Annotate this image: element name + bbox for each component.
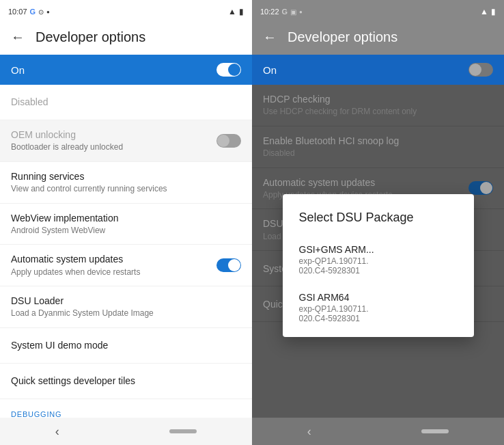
right-battery-icon: ▮ <box>491 7 496 16</box>
dialog-overlay: Select DSU Package GSI+GMS ARM... exp-QP… <box>252 85 504 418</box>
left-auto-toggle[interactable] <box>216 258 241 272</box>
dialog-title: Select DSU Package <box>283 211 474 236</box>
left-auto-updates-title: Automatic system updates <box>11 253 216 265</box>
left-auto-updates-subtitle: Apply updates when device restarts <box>11 267 216 278</box>
left-system-ui-demo-title: System UI demo mode <box>11 339 241 351</box>
dialog-gsi-arm64-subtitle: exp-QP1A.190711.020.C4-5928301 <box>299 304 458 323</box>
left-running-services-item[interactable]: Running services View and control curren… <box>0 162 252 204</box>
left-status-right: ▲ ▮ <box>228 7 244 16</box>
left-nav-home <box>169 429 197 433</box>
right-on-bar: On <box>252 55 504 85</box>
right-status-left: 10:22 G ▣ ● <box>260 8 303 16</box>
left-oem-unlocking-item[interactable]: OEM unlocking Bootloader is already unlo… <box>0 120 252 162</box>
right-page-title: Developer options <box>288 29 397 45</box>
left-dsu-loader-item[interactable]: DSU Loader Load a Dyanmic System Update … <box>0 286 252 328</box>
left-disabled-title: Disabled <box>11 96 241 108</box>
right-developer-toggle[interactable] <box>468 63 493 77</box>
left-quick-settings-title: Quick settings developer tiles <box>11 375 241 387</box>
left-quick-settings-item[interactable]: Quick settings developer tiles <box>0 364 252 399</box>
left-toolbar: ← Developer options <box>0 19 252 55</box>
right-status-right: ▲ ▮ <box>480 7 496 16</box>
left-dsu-loader-title: DSU Loader <box>11 295 241 307</box>
left-webview-title: WebView implementation <box>11 212 241 224</box>
left-oem-unlocking-subtitle: Bootloader is already unlocked <box>11 142 216 153</box>
dialog-item-gsi-gms[interactable]: GSI+GMS ARM... exp-QP1A.190711.020.C4-59… <box>283 236 474 284</box>
left-debugging-section: DEBUGGING <box>0 399 252 418</box>
dialog-gsi-arm64-title: GSI ARM64 <box>299 292 458 303</box>
left-webview-item[interactable]: WebView implementation Android System We… <box>0 204 252 245</box>
dialog-item-gsi-arm64[interactable]: GSI ARM64 exp-QP1A.190711.020.C4-5928301 <box>283 284 474 332</box>
left-running-services-subtitle: View and control currently running servi… <box>11 184 241 195</box>
left-nav-bar: ‹ <box>0 418 252 445</box>
left-webview-subtitle: Android System WebView <box>11 226 241 237</box>
right-dot-icon: ● <box>299 9 303 15</box>
right-toolbar: ← Developer options <box>252 19 504 55</box>
dot-icon: ● <box>46 9 50 15</box>
battery-icon: ▮ <box>239 7 244 16</box>
left-time: 10:07 <box>8 8 27 16</box>
google-circle-icon: ⊙ <box>38 8 44 16</box>
left-system-ui-demo-item[interactable]: System UI demo mode <box>0 328 252 364</box>
right-nav-home <box>421 429 449 433</box>
right-nav-back[interactable]: ‹ <box>307 424 311 439</box>
left-auto-toggle-knob <box>228 259 240 271</box>
left-auto-updates-item[interactable]: Automatic system updates Apply updates w… <box>0 245 252 286</box>
left-developer-toggle[interactable] <box>216 63 241 77</box>
right-toggle-knob <box>469 64 481 76</box>
wifi-icon: ▲ <box>228 7 236 16</box>
left-oem-unlocking-title: OEM unlocking <box>11 129 216 141</box>
left-oem-toggle-knob <box>217 135 229 147</box>
right-settings-list: HDCP checking Use HDCP checking for DRM … <box>252 85 504 418</box>
right-nav-bar: ‹ <box>252 418 504 445</box>
left-on-bar: On <box>0 55 252 85</box>
left-settings-list: Disabled OEM unlocking Bootloader is alr… <box>0 85 252 418</box>
right-back-button[interactable]: ← <box>263 29 277 45</box>
right-photo-icon: ▣ <box>290 8 296 16</box>
left-status-bar: 10:07 G ⊙ ● ▲ ▮ <box>0 0 252 19</box>
left-running-services-title: Running services <box>11 170 241 183</box>
left-page-title: Developer options <box>36 29 145 45</box>
left-status-left: 10:07 G ⊙ ● <box>8 8 50 16</box>
left-toggle-knob <box>228 64 240 76</box>
google-g-icon: G <box>30 8 36 16</box>
right-status-bar: 10:22 G ▣ ● ▲ ▮ <box>252 0 504 19</box>
right-google-g-icon: G <box>282 8 288 16</box>
left-dsu-loader-subtitle: Load a Dyanmic System Update Image <box>11 308 241 319</box>
left-oem-toggle[interactable] <box>216 134 241 148</box>
dsu-package-dialog: Select DSU Package GSI+GMS ARM... exp-QP… <box>283 194 474 337</box>
right-on-label: On <box>263 64 277 76</box>
left-nav-back[interactable]: ‹ <box>55 424 59 439</box>
dialog-gsi-gms-subtitle: exp-QP1A.190711.020.C4-5928301 <box>299 256 458 275</box>
right-wifi-icon: ▲ <box>480 7 488 16</box>
left-disabled-item: Disabled <box>0 85 252 120</box>
right-time: 10:22 <box>260 8 279 16</box>
left-phone-panel: 10:07 G ⊙ ● ▲ ▮ ← Developer options On D… <box>0 0 252 445</box>
left-on-label: On <box>11 64 25 76</box>
left-back-button[interactable]: ← <box>11 29 25 45</box>
dialog-gsi-gms-title: GSI+GMS ARM... <box>299 244 458 255</box>
right-phone-panel: 10:22 G ▣ ● ▲ ▮ ← Developer options On H… <box>252 0 504 445</box>
